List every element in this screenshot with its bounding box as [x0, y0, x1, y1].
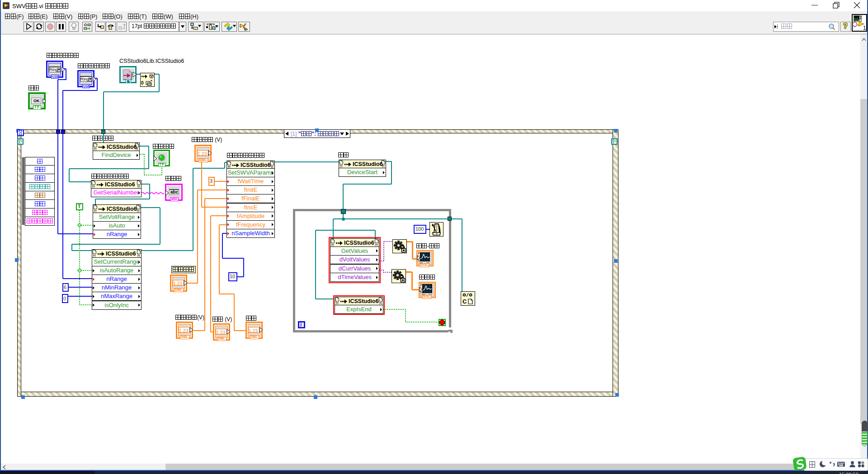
svg-text:?!: ?! [335, 302, 339, 305]
svg-text:?!: ?! [94, 209, 97, 213]
svg-text:?!: ?! [375, 243, 378, 246]
svg-text:?!: ?! [137, 254, 140, 257]
svg-text:?!: ?! [93, 254, 96, 257]
svg-text:?!: ?! [137, 185, 140, 188]
svg-text:?!: ?! [340, 165, 343, 168]
svg-text:?!: ?! [94, 147, 97, 151]
svg-text:?!: ?! [331, 243, 334, 246]
svg-text:C: C [462, 298, 467, 305]
svg-text:?!: ?! [92, 185, 95, 188]
svg-text:?!: ?! [379, 302, 382, 305]
